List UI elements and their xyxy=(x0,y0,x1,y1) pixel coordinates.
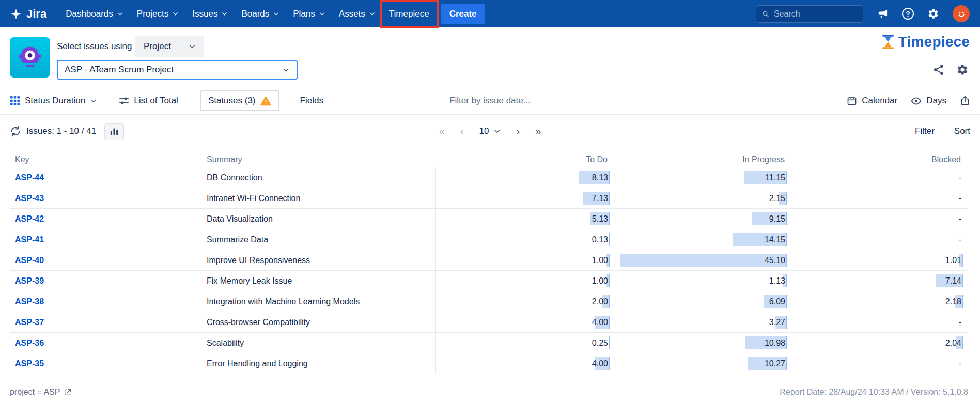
export-button[interactable] xyxy=(960,96,970,106)
duration-value: 1.01 xyxy=(945,256,961,265)
navbar-right: ? xyxy=(756,5,970,23)
sort-button[interactable]: Sort xyxy=(954,126,970,136)
fields-button[interactable]: Fields xyxy=(300,96,323,106)
duration-value: 1.00 xyxy=(592,276,608,286)
nav-item-timepiece[interactable]: Timepiece xyxy=(382,4,436,24)
nav-label: Timepiece xyxy=(389,9,429,19)
nav-item-assets[interactable]: Assets xyxy=(332,4,382,24)
issue-key-link[interactable]: ASP-42 xyxy=(15,214,44,224)
issue-key-link[interactable]: ASP-44 xyxy=(15,173,44,182)
issue-summary: DB Connection xyxy=(204,167,435,188)
jql-query-link[interactable]: project = ASP xyxy=(10,388,72,397)
page-size-dropdown[interactable]: 10 xyxy=(479,126,501,136)
inprogress-cell: 14.15 xyxy=(615,229,792,250)
select-issues-label: Select issues using xyxy=(57,41,132,52)
chevron-down-icon xyxy=(221,10,228,17)
blocked-cell: 2.04 xyxy=(792,333,968,353)
duration-value: 7.13 xyxy=(592,194,608,203)
search-input[interactable] xyxy=(774,9,857,19)
nav-item-boards[interactable]: Boards xyxy=(235,4,286,24)
timepiece-logo: Timepiece xyxy=(880,34,970,50)
todo-cell: 1.00 xyxy=(435,271,615,291)
jira-timepiece-page: Jira Dashboards Projects Issues Boards P… xyxy=(0,0,980,401)
view-mode-dropdown[interactable]: Status Duration xyxy=(10,96,97,106)
column-header-key: Key xyxy=(10,155,204,164)
nav-item-projects[interactable]: Projects xyxy=(130,4,185,24)
key-cell: ASP-41 xyxy=(10,229,204,250)
duration-value: 2.18 xyxy=(945,297,961,306)
chart-view-button[interactable] xyxy=(104,123,124,140)
duration-value: - xyxy=(959,214,961,224)
project-dropdown[interactable]: ASP - ATeam Scrum Project xyxy=(57,60,298,80)
first-page-button[interactable]: « xyxy=(439,126,445,136)
table-row: ASP-42Data Visualization5.139.15- xyxy=(10,209,968,229)
last-page-button[interactable]: » xyxy=(535,126,541,136)
bar-chart-icon xyxy=(110,127,119,136)
key-cell: ASP-42 xyxy=(10,209,204,229)
todo-cell: 8.13 xyxy=(435,167,615,188)
nav-label: Issues xyxy=(192,9,217,19)
duration-value: - xyxy=(959,318,961,327)
nav-item-dashboards[interactable]: Dashboards xyxy=(59,4,130,24)
issue-summary: Improve UI Responsiveness xyxy=(204,250,435,270)
duration-value: 7.14 xyxy=(945,276,961,286)
issue-source-dropdown[interactable]: Project xyxy=(135,36,204,57)
settings-gear-icon[interactable] xyxy=(927,8,939,20)
issue-key-link[interactable]: ASP-36 xyxy=(15,338,44,348)
jira-logo-icon xyxy=(10,8,22,20)
pagination: « ‹ 10 › » xyxy=(439,126,541,136)
column-header-blocked: Blocked xyxy=(792,155,968,164)
jira-logo[interactable]: Jira xyxy=(10,7,46,21)
next-page-button[interactable]: › xyxy=(516,126,520,136)
duration-value: 8.13 xyxy=(592,173,608,182)
column-header-inprogress: In Progress xyxy=(615,155,792,164)
header-actions xyxy=(932,64,969,76)
global-search[interactable] xyxy=(756,5,863,23)
inprogress-cell: 6.09 xyxy=(615,291,792,312)
issue-key-link[interactable]: ASP-43 xyxy=(15,194,44,203)
issue-key-link[interactable]: ASP-40 xyxy=(15,256,44,265)
issue-key-link[interactable]: ASP-39 xyxy=(15,276,44,286)
duration-value: 14.15 xyxy=(765,235,785,244)
duration-value: 45.10 xyxy=(765,256,785,265)
issue-summary: Error Handling and Logging xyxy=(204,353,435,374)
share-icon[interactable] xyxy=(932,64,945,76)
announcements-icon[interactable] xyxy=(877,8,889,20)
top-navbar: Jira Dashboards Projects Issues Boards P… xyxy=(0,0,980,27)
refresh-icon[interactable] xyxy=(10,126,21,137)
issue-key-link[interactable]: ASP-41 xyxy=(15,235,44,244)
page-size-value: 10 xyxy=(479,126,489,136)
table-row: ASP-44DB Connection8.1311.15- xyxy=(10,167,968,188)
inprogress-cell: 9.15 xyxy=(615,209,792,229)
issue-date-filter[interactable]: Filter by issue date... xyxy=(449,96,531,106)
blocked-cell: 7.14 xyxy=(792,271,968,291)
prev-page-button[interactable]: ‹ xyxy=(460,126,464,136)
list-of-total-toggle[interactable]: List of Total xyxy=(119,96,178,106)
issue-key-link[interactable]: ASP-35 xyxy=(15,359,44,368)
inprogress-cell: 2.15 xyxy=(615,188,792,208)
hourglass-icon xyxy=(880,34,896,50)
issue-key-link[interactable]: ASP-38 xyxy=(15,297,44,306)
table-row: ASP-40Improve UI Responsiveness1.0045.10… xyxy=(10,250,968,271)
export-icon xyxy=(960,96,970,106)
issue-key-link[interactable]: ASP-37 xyxy=(15,318,44,327)
help-icon[interactable]: ? xyxy=(902,8,914,20)
chevron-down-icon xyxy=(189,43,196,50)
unit-days-button[interactable]: Days xyxy=(911,96,946,106)
inprogress-cell: 10.98 xyxy=(615,333,792,353)
report-header: Select issues using Project ASP - ATeam … xyxy=(0,27,980,87)
nav-item-issues[interactable]: Issues xyxy=(185,4,235,24)
create-button[interactable]: Create xyxy=(441,4,485,24)
chevron-down-icon xyxy=(493,128,501,135)
calendar-button[interactable]: Calendar xyxy=(847,96,897,106)
status-duration-table: Key Summary To Do In Progress Blocked AS… xyxy=(10,152,968,374)
nav-item-plans[interactable]: Plans xyxy=(286,4,332,24)
todo-cell: 5.13 xyxy=(435,209,615,229)
user-avatar[interactable] xyxy=(953,5,970,22)
filter-button[interactable]: Filter xyxy=(915,126,935,136)
statuses-button[interactable]: Statuses (3) xyxy=(200,90,279,111)
brand-text: Jira xyxy=(26,7,46,21)
search-icon xyxy=(762,10,769,18)
report-settings-icon[interactable] xyxy=(956,64,969,76)
issues-range-label: Issues: 1 - 10 / 41 xyxy=(26,126,96,136)
